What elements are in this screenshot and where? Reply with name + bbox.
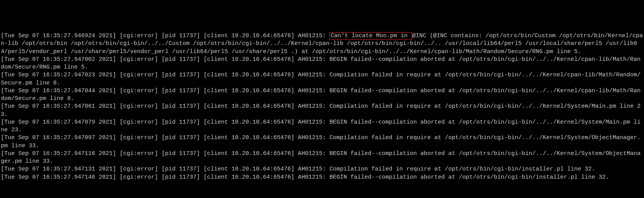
- terminal-log: [Tue Sep 07 16:35:27.946924 2021] [cgi:e…: [1, 32, 644, 181]
- log-line: [Tue Sep 07 16:35:27.947044 2021] [cgi:e…: [1, 87, 644, 103]
- log-line: [Tue Sep 07 16:35:27.947079 2021] [cgi:e…: [1, 119, 644, 134]
- log-text: [Tue Sep 07 16:35:27.946924 2021] [cgi:e…: [1, 33, 329, 39]
- log-line: [Tue Sep 07 16:35:27.947023 2021] [cgi:e…: [1, 71, 644, 87]
- log-line: [Tue Sep 07 16:35:27.947002 2021] [cgi:e…: [1, 56, 644, 72]
- log-line: [Tue Sep 07 16:35:27.946924 2021] [cgi:e…: [1, 32, 644, 56]
- log-line: [Tue Sep 07 16:35:27.947061 2021] [cgi:e…: [1, 103, 644, 119]
- log-line: [Tue Sep 07 16:35:27.947146 2021] [cgi:e…: [1, 174, 644, 181]
- error-highlight: Can't locate Moo.pm in: [329, 32, 412, 40]
- log-line: [Tue Sep 07 16:35:27.947131 2021] [cgi:e…: [1, 165, 644, 173]
- log-line: [Tue Sep 07 16:35:27.947097 2021] [cgi:e…: [1, 134, 644, 150]
- log-line: [Tue Sep 07 16:35:27.947116 2021] [cgi:e…: [1, 150, 644, 166]
